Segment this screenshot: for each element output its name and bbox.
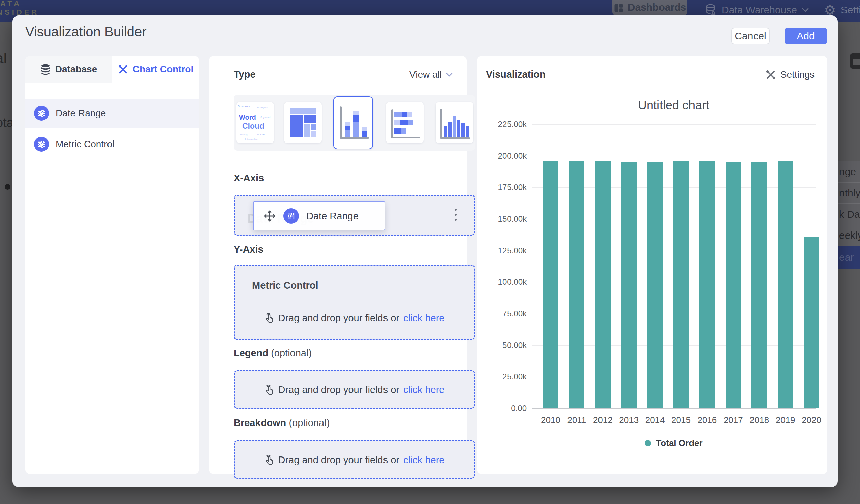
y-tick-label: 225.00k [479, 119, 527, 129]
view-all-label: View all [410, 69, 442, 80]
move-icon [263, 210, 276, 222]
word-cloud-word: Analytics [257, 106, 268, 109]
sliders-icon [34, 137, 49, 152]
x-axis-heading: X-Axis [233, 172, 264, 184]
chart-title: Untitled chart [532, 98, 816, 113]
modal-title: Visualization Builder [25, 24, 146, 40]
kebab-menu-icon[interactable] [455, 208, 457, 221]
database-icon [40, 64, 51, 75]
chart-bar [673, 161, 689, 408]
backdrop-dropdown-item[interactable]: k Date [838, 203, 860, 225]
control-item-metric-control[interactable]: Metric Control [25, 130, 199, 159]
click-here-link[interactable]: click here [403, 385, 445, 395]
word-cloud-word: Word [239, 114, 256, 121]
chart-settings-label: Settings [780, 69, 815, 80]
backdrop-dropdown-item[interactable]: nthly [838, 182, 860, 203]
y-axis-drop-zone[interactable]: Metric Control Drag and drop your fields… [233, 265, 475, 340]
y-tick-label: 25.00k [479, 372, 527, 381]
word-cloud-word: Social [257, 133, 264, 136]
chart-type-column[interactable] [436, 102, 473, 143]
backdrop-dropdown-item[interactable]: ear [838, 246, 860, 269]
screen: DATA INSIDER Dashboards Data Warehouse ⚙… [0, 0, 860, 504]
chart-bar [595, 161, 611, 408]
logo-line-1: DATA [0, 0, 39, 8]
backdrop-text-fragment: ota [0, 116, 14, 130]
backdrop-dropdown-item[interactable]: eekly [838, 225, 860, 246]
chip-label: Date Range [306, 211, 359, 222]
drop-hint-text: Drag and drop your fields or [278, 385, 399, 395]
chart-bar [726, 162, 741, 408]
chart-bar [778, 161, 793, 408]
save-icon[interactable] [850, 53, 860, 69]
nav-data-warehouse-label: Data Warehouse [721, 4, 797, 16]
y-tick-label: 50.00k [479, 341, 527, 350]
chart-bar [569, 161, 584, 408]
sliders-icon [283, 208, 299, 224]
backdrop-dropdown-item[interactable]: nge [838, 161, 860, 182]
gridline [532, 408, 816, 409]
chart-bar [751, 162, 767, 408]
date-range-chip[interactable]: Date Range [253, 201, 385, 230]
x-axis-drop-zone[interactable]: Date Range Date Range [233, 195, 475, 236]
chart-bar [804, 237, 819, 408]
chart-settings-button[interactable]: Settings [766, 69, 815, 80]
y-axis-heading: Y-Axis [233, 244, 263, 255]
legend-heading-text: Legend [233, 348, 268, 358]
drop-hint: Drag and drop your fields or click here [234, 454, 474, 465]
chart-type-treemap[interactable] [284, 102, 322, 143]
breakdown-drop-zone[interactable]: Drag and drop your fields or click here [233, 440, 475, 479]
drop-hint: Drag and drop your fields or click here [234, 384, 474, 395]
add-button[interactable]: Add [785, 28, 827, 44]
chart-legend[interactable]: Total Order [532, 438, 816, 448]
chart-type-word-cloud[interactable]: Business Analytics Word Cloud Keyword Mi… [236, 102, 274, 143]
chart-type-stacked-column[interactable] [333, 96, 373, 149]
breakdown-heading: Breakdown (optional) [233, 417, 330, 429]
breakdown-optional-text: (optional) [289, 417, 330, 428]
legend-heading: Legend (optional) [233, 348, 312, 359]
gridline [532, 156, 816, 156]
y-axis-zone-title: Metric Control [252, 280, 318, 291]
dashboards-icon [614, 3, 624, 13]
click-hand-icon [264, 312, 274, 324]
gridline [532, 124, 816, 125]
word-cloud-word: Information [245, 138, 258, 141]
control-item-label: Metric Control [56, 139, 114, 149]
tab-chart-control-label: Chart Control [133, 64, 194, 75]
tab-database[interactable]: Database [25, 56, 112, 83]
type-heading: Type [233, 69, 256, 80]
app-logo: DATA INSIDER [0, 0, 39, 17]
y-tick-label: 125.00k [479, 246, 527, 255]
click-hand-icon [264, 454, 274, 465]
nav-tab-dashboards[interactable]: Dashboards [612, 0, 687, 15]
gear-icon: ⚙ [824, 3, 836, 17]
y-tick-label: 200.00k [479, 151, 527, 161]
tools-icon [118, 64, 128, 74]
cancel-button[interactable]: Cancel [731, 28, 770, 44]
click-here-link[interactable]: click here [403, 313, 445, 324]
word-cloud-word: Business [238, 105, 250, 108]
chart-type-stacked-bar[interactable] [386, 102, 424, 143]
backdrop-bullet [5, 184, 11, 190]
y-tick-label: 75.00k [479, 309, 527, 318]
sliders-icon [34, 106, 49, 120]
control-item-date-range[interactable]: Date Range [25, 99, 199, 128]
tab-database-label: Database [55, 64, 97, 75]
drop-hint-text: Drag and drop your fields or [278, 313, 399, 324]
word-cloud-word: Cloud [242, 121, 264, 131]
chart-type-strip: Business Analytics Word Cloud Keyword Mi… [233, 95, 475, 150]
view-all-dropdown[interactable]: View all [410, 69, 453, 80]
legend-drop-zone[interactable]: Drag and drop your fields or click here [233, 370, 475, 409]
tab-chart-control[interactable]: Chart Control [112, 56, 199, 83]
visualization-builder-modal: Visualization Builder Cancel Add Databas… [13, 15, 838, 487]
legend-label: Total Order [656, 438, 702, 448]
control-item-label: Date Range [56, 108, 106, 119]
chevron-down-icon [802, 8, 809, 13]
chart-bar [647, 162, 663, 408]
nav-settings-label: Settings [841, 4, 860, 16]
y-tick-label: 0.00 [479, 404, 527, 413]
legend-optional-text: (optional) [271, 348, 312, 358]
click-here-link[interactable]: click here [403, 455, 445, 465]
chart-bar [543, 161, 558, 408]
data-warehouse-icon [705, 4, 717, 16]
visualization-heading: Visualization [486, 69, 546, 80]
